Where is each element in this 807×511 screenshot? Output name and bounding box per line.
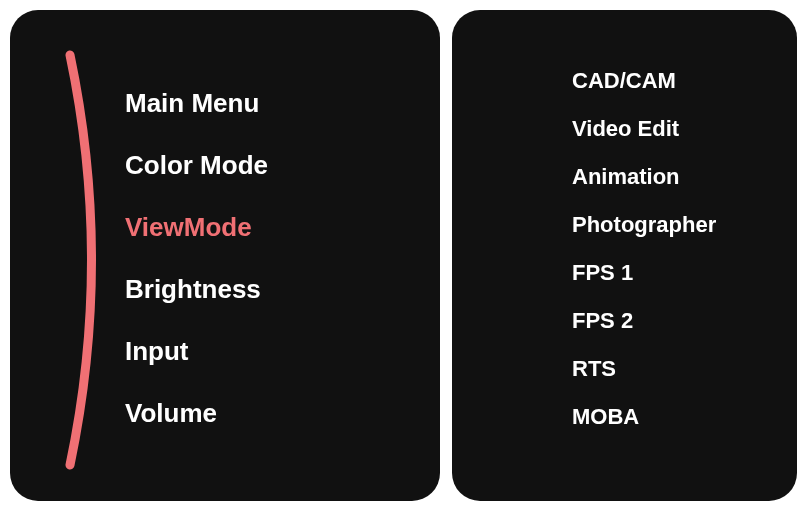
submenu-item-cad-cam[interactable]: CAD/CAM [482, 70, 767, 92]
menu-item-viewmode[interactable]: ViewMode [125, 214, 410, 240]
submenu-panel: CAD/CAM Video Edit Animation Photographe… [452, 10, 797, 501]
submenu-item-fps-2[interactable]: FPS 2 [482, 310, 767, 332]
submenu-item-photographer[interactable]: Photographer [482, 214, 767, 236]
menu-item-volume[interactable]: Volume [125, 400, 410, 426]
submenu-item-rts[interactable]: RTS [482, 358, 767, 380]
menu-item-main-menu[interactable]: Main Menu [125, 90, 410, 116]
submenu-item-animation[interactable]: Animation [482, 166, 767, 188]
submenu-item-moba[interactable]: MOBA [482, 406, 767, 428]
menu-item-color-mode[interactable]: Color Mode [125, 152, 410, 178]
menu-item-brightness[interactable]: Brightness [125, 276, 410, 302]
arc-decoration [55, 50, 115, 470]
submenu-item-fps-1[interactable]: FPS 1 [482, 262, 767, 284]
main-menu-panel: Main Menu Color Mode ViewMode Brightness… [10, 10, 440, 501]
submenu-item-video-edit[interactable]: Video Edit [482, 118, 767, 140]
menu-item-input[interactable]: Input [125, 338, 410, 364]
